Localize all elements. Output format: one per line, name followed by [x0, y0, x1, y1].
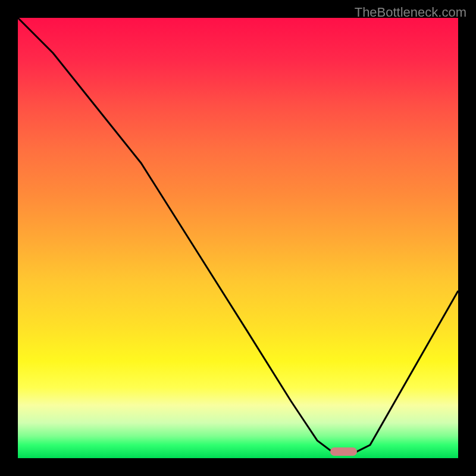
- bottleneck-curve: [18, 18, 458, 458]
- watermark-text: TheBottleneck.com: [355, 5, 466, 20]
- optimal-marker: [330, 447, 356, 456]
- curve-line: [18, 18, 458, 454]
- plot-area: [18, 18, 458, 458]
